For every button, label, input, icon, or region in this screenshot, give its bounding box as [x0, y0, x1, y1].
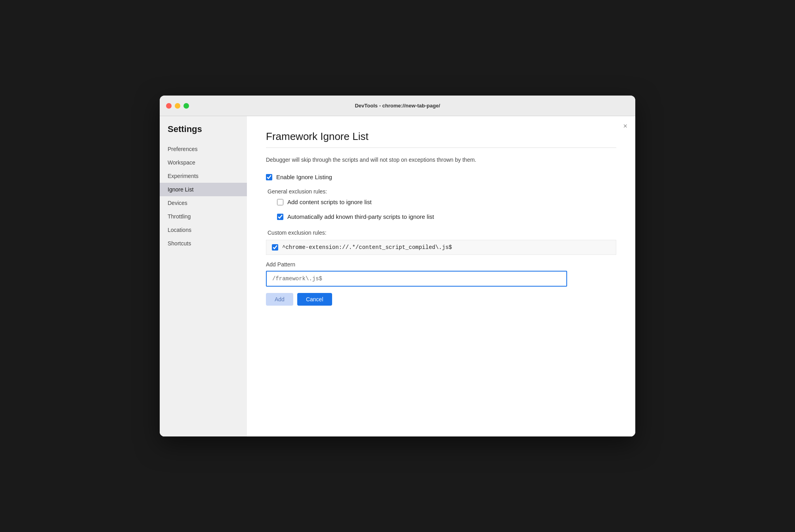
sidebar-item-devices[interactable]: Devices: [160, 196, 247, 210]
sidebar-item-experiments[interactable]: Experiments: [160, 169, 247, 183]
add-pattern-label: Add Pattern: [266, 261, 616, 268]
close-traffic-light[interactable]: [166, 103, 172, 109]
custom-exclusion-label: Custom exclusion rules:: [268, 230, 616, 236]
window-title: DevTools - chrome://new-tab-page/: [355, 103, 440, 109]
page-description: Debugger will skip through the scripts a…: [266, 156, 616, 164]
add-pattern-section: Add Pattern Add Cancel: [266, 261, 616, 306]
custom-exclusion-group: Custom exclusion rules: ^chrome-extensio…: [266, 230, 616, 255]
pattern-input[interactable]: [266, 271, 567, 287]
chrome-ext-rule-label[interactable]: ^chrome-extension://.*/content_script_co…: [282, 244, 452, 251]
auto-add-third-party-checkbox[interactable]: [277, 214, 283, 220]
sidebar: Settings Preferences Workspace Experimen…: [160, 116, 247, 436]
minimize-traffic-light[interactable]: [175, 103, 180, 109]
page-title: Framework Ignore List: [266, 130, 616, 143]
add-content-scripts-checkbox[interactable]: [277, 199, 283, 205]
sidebar-item-workspace[interactable]: Workspace: [160, 156, 247, 169]
sidebar-heading: Settings: [160, 124, 247, 142]
sidebar-item-ignore-list[interactable]: Ignore List: [160, 183, 247, 196]
general-exclusion-group: General exclusion rules: Add content scr…: [266, 188, 616, 220]
general-exclusion-label: General exclusion rules:: [268, 188, 616, 195]
title-divider: [266, 147, 616, 148]
sidebar-item-preferences[interactable]: Preferences: [160, 142, 247, 156]
enable-ignore-listing-checkbox[interactable]: [266, 174, 272, 180]
traffic-lights: [166, 103, 189, 109]
main-content: Settings Preferences Workspace Experimen…: [160, 116, 635, 436]
content-area: × Framework Ignore List Debugger will sk…: [247, 116, 635, 436]
chrome-ext-rule-checkbox[interactable]: [272, 244, 278, 251]
add-button[interactable]: Add: [266, 293, 293, 306]
close-button[interactable]: ×: [623, 122, 627, 130]
enable-ignore-listing-row: Enable Ignore Listing: [266, 174, 616, 180]
maximize-traffic-light[interactable]: [183, 103, 189, 109]
add-content-scripts-label[interactable]: Add content scripts to ignore list: [287, 199, 372, 205]
enable-ignore-listing-label[interactable]: Enable Ignore Listing: [276, 174, 332, 180]
sidebar-item-shortcuts[interactable]: Shortcuts: [160, 237, 247, 250]
sidebar-item-locations[interactable]: Locations: [160, 223, 247, 237]
titlebar: DevTools - chrome://new-tab-page/: [160, 96, 635, 116]
auto-add-third-party-label[interactable]: Automatically add known third-party scri…: [287, 213, 434, 220]
auto-add-third-party-row: Automatically add known third-party scri…: [277, 213, 616, 220]
devtools-window: DevTools - chrome://new-tab-page/ Settin…: [160, 96, 635, 436]
cancel-button[interactable]: Cancel: [297, 293, 332, 306]
add-content-scripts-row: Add content scripts to ignore list: [277, 199, 616, 205]
button-row: Add Cancel: [266, 293, 616, 306]
sidebar-item-throttling[interactable]: Throttling: [160, 210, 247, 223]
custom-rule-item: ^chrome-extension://.*/content_script_co…: [266, 240, 616, 255]
general-rules-list: Add content scripts to ignore list Autom…: [277, 199, 616, 220]
